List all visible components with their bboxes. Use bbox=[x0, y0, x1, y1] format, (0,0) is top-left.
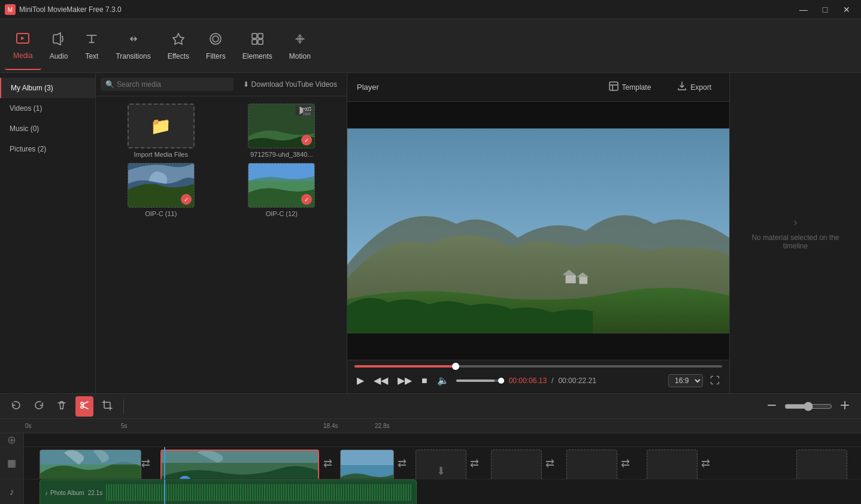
no-material-text: No material selected on the timeline bbox=[739, 233, 851, 250]
svg-point-4 bbox=[210, 34, 221, 44]
volume-thumb[interactable] bbox=[498, 378, 504, 384]
toolbar-text[interactable]: Text bbox=[76, 22, 107, 70]
folder-icon: 📁 bbox=[150, 116, 171, 136]
placeholder-slot-5[interactable] bbox=[796, 450, 847, 479]
track-row-empty: ⊕ bbox=[0, 433, 861, 447]
transitions-icon bbox=[126, 32, 141, 50]
transition-2[interactable]: ⇄ bbox=[323, 457, 332, 470]
sidebar-item-music[interactable]: Music (0) bbox=[0, 119, 95, 139]
video-clip-3[interactable] bbox=[340, 450, 394, 479]
media-item-video1[interactable]: 🎬 ✓ 9712579-uhd_3840... bbox=[224, 104, 340, 158]
toolbar-effects-label: Effects bbox=[168, 52, 189, 60]
svg-rect-6 bbox=[252, 34, 257, 38]
play-button[interactable]: ▶ bbox=[354, 372, 366, 388]
svg-rect-9 bbox=[258, 40, 263, 44]
toolbar-motion[interactable]: Motion bbox=[281, 22, 319, 70]
next-frame-button[interactable]: ▶▶ bbox=[395, 372, 414, 388]
close-button[interactable]: ✕ bbox=[837, 1, 856, 18]
delete-button[interactable] bbox=[53, 396, 71, 417]
video-badge-icon: 🎬 bbox=[302, 107, 312, 116]
placeholder-slot-4[interactable] bbox=[647, 450, 698, 479]
svg-marker-3 bbox=[173, 34, 184, 44]
toolbar-effects[interactable]: Effects bbox=[159, 22, 198, 70]
zoom-controls bbox=[763, 396, 854, 417]
time-separator: / bbox=[551, 377, 553, 385]
prev-frame-button[interactable]: ◀◀ bbox=[371, 372, 390, 388]
toolbar-media[interactable]: Media bbox=[5, 22, 41, 70]
media-label-img2: OIP-C (12) bbox=[266, 210, 298, 217]
export-icon bbox=[677, 81, 687, 93]
template-button[interactable]: Template bbox=[601, 78, 660, 96]
svg-rect-27 bbox=[844, 401, 845, 409]
sidebar-item-videos[interactable]: Videos (1) bbox=[0, 98, 95, 119]
media-panel: 🔍 ⬇ Download YouTube Videos 📁 Import Med… bbox=[96, 73, 347, 393]
toolbar-elements[interactable]: Elements bbox=[234, 22, 281, 70]
sidebar-item-my-album[interactable]: My Album (3) bbox=[0, 78, 95, 98]
toolbar-transitions[interactable]: Transitions bbox=[107, 22, 159, 70]
title-bar: M MiniTool MovieMaker Free 7.3.0 — □ ✕ bbox=[0, 0, 861, 19]
toolbar-audio[interactable]: Audio bbox=[41, 22, 77, 70]
toolbar-filters[interactable]: Filters bbox=[198, 22, 234, 70]
import-media-item[interactable]: 📁 Import Media Files bbox=[103, 104, 219, 158]
video-clip-2[interactable] bbox=[160, 450, 319, 479]
transition-4[interactable]: ⇄ bbox=[470, 457, 479, 470]
music-icon: ♪ bbox=[45, 490, 48, 496]
stop-button[interactable]: ■ bbox=[419, 373, 430, 388]
ruler-mark-5s: 5s bbox=[121, 423, 128, 429]
svg-rect-35 bbox=[341, 450, 394, 465]
window-controls: — □ ✕ bbox=[794, 1, 856, 18]
crop-button[interactable] bbox=[98, 396, 116, 417]
minimize-button[interactable]: — bbox=[794, 1, 813, 18]
redo-button[interactable] bbox=[30, 396, 48, 417]
transition-6[interactable]: ⇄ bbox=[621, 457, 630, 470]
audio-waveform bbox=[106, 484, 411, 501]
player-label: Player bbox=[357, 83, 379, 92]
audio-clip[interactable]: ♪ Photo Album 22.1s bbox=[40, 479, 417, 504]
time-current: 00:00:06.13 bbox=[509, 377, 547, 385]
toolbar-motion-label: Motion bbox=[289, 52, 311, 60]
add-track-icon[interactable]: ⊕ bbox=[7, 433, 16, 447]
progress-bar[interactable] bbox=[354, 365, 722, 368]
timeline-playhead[interactable] bbox=[164, 447, 165, 479]
transition-5[interactable]: ⇄ bbox=[545, 457, 554, 470]
sidebar-item-pictures[interactable]: Pictures (2) bbox=[0, 139, 95, 159]
zoom-slider[interactable] bbox=[784, 402, 832, 411]
zoom-in-button[interactable] bbox=[763, 396, 781, 417]
volume-button[interactable]: 🔈 bbox=[435, 372, 451, 388]
svg-point-5 bbox=[213, 36, 219, 42]
search-icon: 🔍 bbox=[105, 80, 114, 89]
placeholder-slot-2[interactable] bbox=[491, 450, 542, 479]
transition-1[interactable]: ⇄ bbox=[141, 457, 150, 470]
download-icon: ⬇ bbox=[243, 80, 249, 89]
scissors-button[interactable] bbox=[75, 396, 93, 417]
download-youtube-button[interactable]: ⬇ Download YouTube Videos bbox=[238, 78, 342, 91]
text-icon bbox=[84, 32, 99, 50]
ruler-mark-228s: 22.8s bbox=[375, 423, 389, 429]
transition-7[interactable]: ⇄ bbox=[701, 457, 710, 470]
placeholder-slot-1[interactable]: ⬇ bbox=[416, 450, 466, 479]
timeline-ruler: 0s 5s 18.4s 22.8s bbox=[0, 419, 861, 433]
zoom-out-button[interactable] bbox=[836, 396, 854, 417]
placeholder-slot-3[interactable] bbox=[566, 450, 617, 479]
search-input[interactable] bbox=[117, 80, 229, 89]
aspect-ratio-select[interactable]: 16:9 9:16 1:1 bbox=[668, 374, 703, 387]
video-track-head: ▦ bbox=[0, 447, 24, 479]
toolbar-audio-label: Audio bbox=[50, 52, 68, 60]
media-toolbar: 🔍 ⬇ Download YouTube Videos bbox=[96, 73, 347, 96]
export-button[interactable]: Export bbox=[669, 78, 720, 96]
effects-icon bbox=[171, 32, 186, 50]
media-item-img2[interactable]: ✓ OIP-C (12) bbox=[224, 163, 340, 217]
fullscreen-button[interactable]: ⛶ bbox=[708, 373, 722, 388]
svg-rect-31 bbox=[162, 450, 318, 463]
media-item-img1[interactable]: ✓ OIP-C (11) bbox=[103, 163, 219, 217]
search-box[interactable]: 🔍 bbox=[101, 78, 234, 91]
audio-icon bbox=[51, 32, 66, 50]
progress-thumb[interactable] bbox=[452, 363, 459, 370]
transition-3[interactable]: ⇄ bbox=[398, 457, 407, 470]
maximize-button[interactable]: □ bbox=[815, 1, 835, 18]
volume-bar[interactable] bbox=[456, 379, 504, 382]
video-clip-1[interactable] bbox=[40, 450, 141, 479]
svg-rect-24 bbox=[104, 402, 110, 408]
undo-button[interactable] bbox=[7, 396, 25, 417]
audio-playhead bbox=[164, 479, 165, 504]
